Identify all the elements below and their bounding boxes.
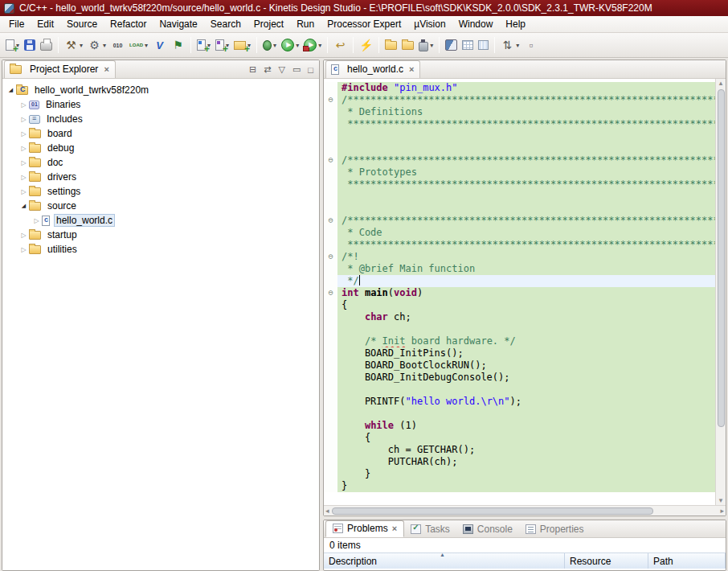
- code-line[interactable]: BOARD_InitPins();: [324, 347, 715, 359]
- menu-help[interactable]: Help: [499, 16, 532, 32]
- editor-horizontal-scrollbar[interactable]: ◂ ▸: [324, 505, 726, 516]
- code-line[interactable]: [324, 384, 715, 396]
- tree-item-hello-world-c[interactable]: ▷hello_world.c: [2, 213, 319, 228]
- tree-collapsed-arrow-icon[interactable]: ▷: [18, 145, 29, 152]
- code-line[interactable]: {: [324, 432, 715, 444]
- tree-item-utilities[interactable]: ▷utilities: [2, 242, 319, 257]
- tree-collapsed-arrow-icon[interactable]: ▷: [18, 232, 29, 239]
- code-line[interactable]: ⊖int main(void): [324, 287, 715, 299]
- debug-button[interactable]: ▾: [260, 39, 279, 52]
- code-line[interactable]: */: [324, 275, 715, 287]
- dropdown-arrow-icon[interactable]: ▾: [103, 42, 106, 49]
- editor-hscroll-thumb[interactable]: [332, 507, 653, 515]
- code-line[interactable]: ****************************************…: [324, 239, 715, 251]
- code-line[interactable]: ch = GETCHAR();: [324, 444, 715, 456]
- load-button[interactable]: LOAD▾: [127, 37, 150, 54]
- tree-item-binaries[interactable]: ▷Binaries: [2, 97, 319, 112]
- tree-item-source[interactable]: ◢source: [2, 199, 319, 213]
- menu-file[interactable]: File: [2, 16, 31, 32]
- tab-console[interactable]: Console: [456, 522, 519, 537]
- pin-editor-button[interactable]: ▫: [521, 37, 540, 54]
- code-line[interactable]: BOARD_BootClockRUN();: [324, 359, 715, 372]
- editor-tab-hello-world-c[interactable]: hello_world.c ×: [325, 60, 420, 78]
- menu-window[interactable]: Window: [452, 16, 500, 32]
- tree-collapsed-arrow-icon[interactable]: ▷: [18, 174, 29, 181]
- code-line[interactable]: [324, 323, 715, 335]
- tree-collapsed-arrow-icon[interactable]: ▷: [18, 116, 29, 123]
- build-button[interactable]: ⚒▾: [62, 37, 85, 54]
- code-line[interactable]: [324, 191, 715, 203]
- code-line[interactable]: char ch;: [324, 311, 715, 323]
- editor-vscroll-thumb[interactable]: [718, 89, 725, 427]
- show-print-margin-button[interactable]: [476, 39, 491, 51]
- code-line[interactable]: {: [324, 299, 715, 311]
- toggle-source-header-button[interactable]: [443, 38, 460, 52]
- code-line[interactable]: while (1): [324, 420, 715, 432]
- menu-vision[interactable]: µVision: [407, 16, 452, 32]
- column-header-resource[interactable]: Resource: [565, 553, 648, 569]
- code-line[interactable]: ⊖/**************************************…: [324, 215, 715, 227]
- code-line[interactable]: }: [324, 480, 715, 492]
- dropdown-arrow-icon[interactable]: ▾: [296, 42, 299, 49]
- tree-item-doc[interactable]: ▷doc: [2, 155, 319, 170]
- save-button[interactable]: [22, 38, 38, 52]
- code-line[interactable]: * Definitions: [324, 106, 715, 118]
- tree-collapsed-arrow-icon[interactable]: ▷: [18, 130, 29, 138]
- fold-marker-icon[interactable]: ⊖: [324, 154, 337, 166]
- code-line[interactable]: [324, 203, 715, 215]
- close-view-icon[interactable]: ×: [104, 64, 108, 74]
- fold-marker-icon[interactable]: ⊖: [324, 287, 337, 299]
- scroll-up-icon[interactable]: ▴: [719, 79, 723, 88]
- code-line[interactable]: ****************************************…: [324, 179, 715, 191]
- tab-problems[interactable]: Problems×: [325, 520, 404, 537]
- dropdown-arrow-icon[interactable]: ▾: [430, 42, 433, 49]
- print-button[interactable]: [38, 38, 55, 52]
- tree-item-includes[interactable]: ▷Includes: [2, 112, 319, 126]
- code-line[interactable]: [324, 408, 715, 420]
- tree-item-settings[interactable]: ▷settings: [2, 184, 319, 199]
- binary-utilities-button[interactable]: 010: [108, 37, 127, 54]
- code-line[interactable]: }: [324, 468, 715, 480]
- menu-run[interactable]: Run: [290, 16, 321, 32]
- tree-expanded-arrow-icon[interactable]: ◢: [6, 87, 16, 93]
- dropdown-arrow-icon[interactable]: ▾: [516, 42, 519, 49]
- code-line[interactable]: [324, 130, 715, 142]
- show-whitespace-button[interactable]: [460, 39, 476, 51]
- flash-from-file-button[interactable]: ⚑: [169, 37, 187, 54]
- new-c-file-button[interactable]: ▾: [194, 38, 213, 52]
- menu-project[interactable]: Project: [247, 16, 290, 32]
- menu-refactor[interactable]: Refactor: [104, 16, 153, 32]
- code-line[interactable]: ⊖/*!: [324, 251, 715, 263]
- fold-marker-icon[interactable]: ⊖: [324, 251, 337, 263]
- tree-item-debug[interactable]: ▷debug: [2, 141, 319, 155]
- code-line[interactable]: [324, 142, 715, 154]
- open-elements-button[interactable]: [382, 39, 399, 51]
- code-line[interactable]: BOARD_InitDebugConsole();: [324, 372, 715, 384]
- close-tab-icon[interactable]: ×: [392, 524, 397, 533]
- editor-vertical-scrollbar[interactable]: ▴ ▾: [715, 79, 726, 505]
- code-line[interactable]: ****************************************…: [324, 118, 715, 130]
- mark-occurrences-button[interactable]: ▾: [416, 38, 436, 53]
- tree-item-hello-world-twrkv58f220m[interactable]: ◢hello_world_twrkv58f220m: [2, 83, 319, 97]
- menu-source[interactable]: Source: [60, 16, 104, 32]
- build-settings-button[interactable]: ⚙▾: [85, 37, 108, 54]
- code-line[interactable]: /* Init board hardware. */: [324, 335, 715, 347]
- dropdown-arrow-icon[interactable]: ▾: [318, 42, 321, 49]
- tab-properties[interactable]: Properties: [519, 522, 591, 537]
- tab-tasks[interactable]: Tasks: [404, 522, 456, 537]
- new-c-project-button[interactable]: ▾: [231, 39, 253, 51]
- tree-collapsed-arrow-icon[interactable]: ▷: [18, 159, 29, 166]
- new-c-class-button[interactable]: ▾: [213, 38, 231, 52]
- tree-collapsed-arrow-icon[interactable]: ▷: [18, 246, 29, 253]
- last-edit-location-button[interactable]: ↩: [331, 37, 350, 54]
- dropdown-arrow-icon[interactable]: ▾: [80, 42, 83, 49]
- tree-item-drivers[interactable]: ▷drivers: [2, 170, 319, 184]
- code-line[interactable]: PRINTF("hello world.\r\n");: [324, 396, 715, 408]
- column-header-path[interactable]: Path: [648, 553, 726, 569]
- code-line[interactable]: ⊖/**************************************…: [324, 94, 715, 106]
- uvision-launch-button[interactable]: [150, 37, 169, 54]
- open-resource-button[interactable]: [399, 39, 416, 51]
- tree-expanded-arrow-icon[interactable]: ◢: [18, 203, 29, 209]
- code-line[interactable]: * Code: [324, 227, 715, 239]
- tree-collapsed-arrow-icon[interactable]: ▷: [31, 217, 42, 224]
